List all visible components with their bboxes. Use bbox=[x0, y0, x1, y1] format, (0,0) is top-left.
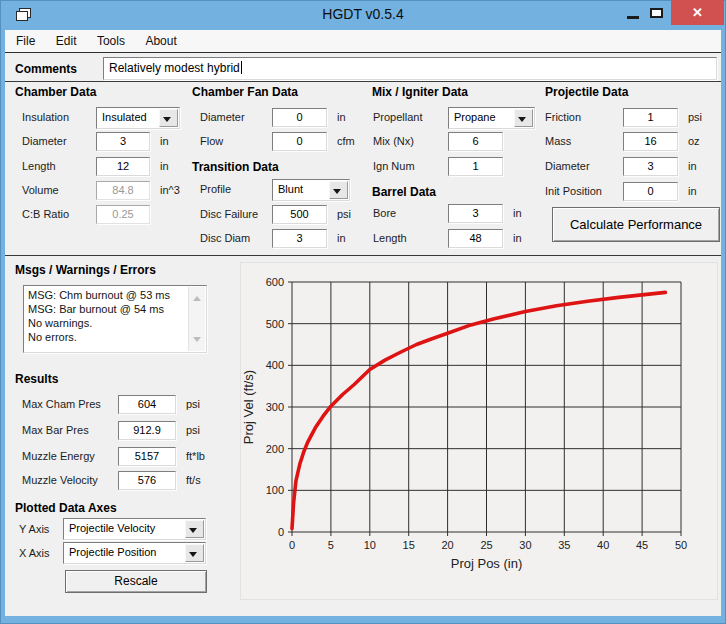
propellant-combo[interactable]: Propane bbox=[448, 107, 535, 129]
svg-text:35: 35 bbox=[558, 539, 570, 551]
y-axis-combo[interactable]: Projectile Velocity bbox=[63, 518, 206, 540]
profile-combo[interactable]: Blunt bbox=[272, 179, 350, 201]
scroll-up-icon[interactable] bbox=[193, 292, 201, 301]
fan-flow-input[interactable]: 0 bbox=[272, 132, 327, 151]
mass-label: Mass bbox=[545, 135, 571, 147]
messages-box[interactable]: MSG: Chm burnout @ 53 msMSG: Bar burnout… bbox=[23, 285, 207, 353]
chamber-volume-field: 84.8 bbox=[96, 181, 150, 200]
insulation-label: Insulation bbox=[22, 111, 69, 123]
disc-failure-label: Disc Failure bbox=[200, 208, 258, 220]
insulation-combo-button[interactable] bbox=[159, 109, 178, 127]
chamber-length-label: Length bbox=[22, 160, 56, 172]
app-window: HGDT v0.5.4 ✕ File Edit Tools About Comm… bbox=[0, 0, 726, 624]
max-bar-pres-field: 912.9 bbox=[118, 421, 176, 440]
init-position-input[interactable]: 0 bbox=[623, 182, 678, 201]
menu-bar: File Edit Tools About bbox=[5, 30, 721, 53]
chamber-diameter-label: Diameter bbox=[22, 135, 67, 147]
friction-unit: psi bbox=[688, 111, 702, 123]
fan-flow-unit: cfm bbox=[337, 135, 355, 147]
svg-text:0: 0 bbox=[289, 539, 295, 551]
minimize-button-icon[interactable] bbox=[627, 16, 639, 19]
chamber-volume-label: Volume bbox=[22, 184, 59, 196]
chart-plot: 051015202530354045500100200300400500600P… bbox=[241, 263, 717, 599]
chamber-data-header: Chamber Data bbox=[15, 85, 96, 99]
velocity-position-chart: 051015202530354045500100200300400500600P… bbox=[240, 262, 718, 600]
chamber-length-unit: in bbox=[160, 160, 169, 172]
profile-combo-button[interactable] bbox=[329, 181, 348, 199]
bore-input[interactable]: 3 bbox=[448, 204, 503, 223]
comments-input[interactable]: Relatively modest hybrid bbox=[103, 57, 717, 80]
close-button[interactable]: ✕ bbox=[671, 0, 724, 25]
svg-text:45: 45 bbox=[636, 539, 648, 551]
transition-data-header: Transition Data bbox=[192, 160, 279, 174]
disc-failure-input[interactable]: 500 bbox=[272, 205, 327, 224]
svg-text:Proj Vel (ft/s): Proj Vel (ft/s) bbox=[241, 370, 256, 444]
chamber-diameter-unit: in bbox=[160, 135, 169, 147]
chamber-fan-header: Chamber Fan Data bbox=[192, 85, 298, 99]
propellant-label: Propellant bbox=[373, 111, 423, 123]
mass-unit: oz bbox=[688, 135, 700, 147]
svg-text:40: 40 bbox=[597, 539, 609, 551]
muzzle-energy-label: Muzzle Energy bbox=[22, 450, 95, 462]
muzzle-velocity-field: 576 bbox=[118, 471, 176, 490]
ign-num-input[interactable]: 1 bbox=[448, 157, 503, 176]
menu-tools[interactable]: Tools bbox=[89, 30, 133, 52]
friction-input[interactable]: 1 bbox=[623, 108, 678, 127]
chamber-length-input[interactable]: 12 bbox=[96, 157, 150, 176]
x-axis-combo[interactable]: Projectile Position bbox=[63, 542, 206, 564]
plotted-axes-header: Plotted Data Axes bbox=[15, 501, 117, 515]
projectile-diameter-input[interactable]: 3 bbox=[623, 157, 678, 176]
disc-diam-input[interactable]: 3 bbox=[272, 229, 327, 248]
svg-text:50: 50 bbox=[675, 539, 687, 551]
menu-edit[interactable]: Edit bbox=[48, 30, 85, 52]
divider-top bbox=[5, 81, 721, 82]
barrel-length-label: Length bbox=[373, 232, 407, 244]
comments-label: Comments bbox=[15, 62, 77, 76]
maximize-button-icon[interactable] bbox=[650, 8, 663, 18]
barrel-length-unit: in bbox=[513, 232, 522, 244]
muzzle-velocity-unit: ft/s bbox=[186, 474, 201, 486]
y-axis-label: Y Axis bbox=[19, 523, 49, 535]
x-axis-combo-button[interactable] bbox=[185, 544, 204, 562]
dropdown-arrow-icon bbox=[189, 528, 197, 537]
chamber-volume-unit: in^3 bbox=[160, 184, 180, 196]
svg-text:400: 400 bbox=[266, 359, 284, 371]
propellant-combo-button[interactable] bbox=[514, 109, 533, 127]
svg-text:300: 300 bbox=[266, 401, 284, 413]
projectile-diameter-unit: in bbox=[688, 160, 697, 172]
scroll-down-icon[interactable] bbox=[193, 337, 201, 346]
fan-diameter-input[interactable]: 0 bbox=[272, 108, 327, 127]
menu-file[interactable]: File bbox=[8, 30, 43, 52]
mass-input[interactable]: 16 bbox=[623, 132, 678, 151]
client-area: File Edit Tools About Comments Relativel… bbox=[5, 30, 721, 616]
mix-igniter-header: Mix / Igniter Data bbox=[372, 85, 468, 99]
max-cham-pres-unit: psi bbox=[186, 398, 200, 410]
menu-about[interactable]: About bbox=[137, 30, 184, 52]
results-header: Results bbox=[15, 372, 58, 386]
dropdown-arrow-icon bbox=[518, 117, 526, 126]
chamber-diameter-input[interactable]: 3 bbox=[96, 132, 150, 151]
y-axis-combo-button[interactable] bbox=[185, 520, 204, 538]
muzzle-energy-unit: ft*lb bbox=[186, 450, 205, 462]
fan-diameter-label: Diameter bbox=[200, 111, 245, 123]
title-bar[interactable]: HGDT v0.5.4 ✕ bbox=[0, 0, 726, 30]
friction-label: Friction bbox=[545, 111, 581, 123]
mix-nx-input[interactable]: 6 bbox=[448, 132, 503, 151]
rescale-button[interactable]: Rescale bbox=[65, 570, 207, 593]
muzzle-velocity-label: Muzzle Velocity bbox=[22, 474, 98, 486]
disc-failure-unit: psi bbox=[337, 208, 351, 220]
fan-flow-label: Flow bbox=[200, 135, 223, 147]
svg-text:30: 30 bbox=[519, 539, 531, 551]
svg-text:25: 25 bbox=[480, 539, 492, 551]
insulation-combo[interactable]: Insulated bbox=[96, 107, 180, 129]
max-bar-pres-label: Max Bar Pres bbox=[22, 424, 89, 436]
bore-label: Bore bbox=[373, 207, 396, 219]
messages-header: Msgs / Warnings / Errors bbox=[15, 263, 156, 277]
messages-lines: MSG: Chm burnout @ 53 msMSG: Bar burnout… bbox=[28, 288, 186, 344]
fan-diameter-unit: in bbox=[337, 111, 346, 123]
messages-scrollbar[interactable] bbox=[188, 287, 205, 351]
barrel-length-input[interactable]: 48 bbox=[448, 229, 503, 248]
dropdown-arrow-icon bbox=[163, 117, 171, 126]
init-position-unit: in bbox=[688, 185, 697, 197]
calculate-performance-button[interactable]: Calculate Performance bbox=[552, 207, 720, 242]
